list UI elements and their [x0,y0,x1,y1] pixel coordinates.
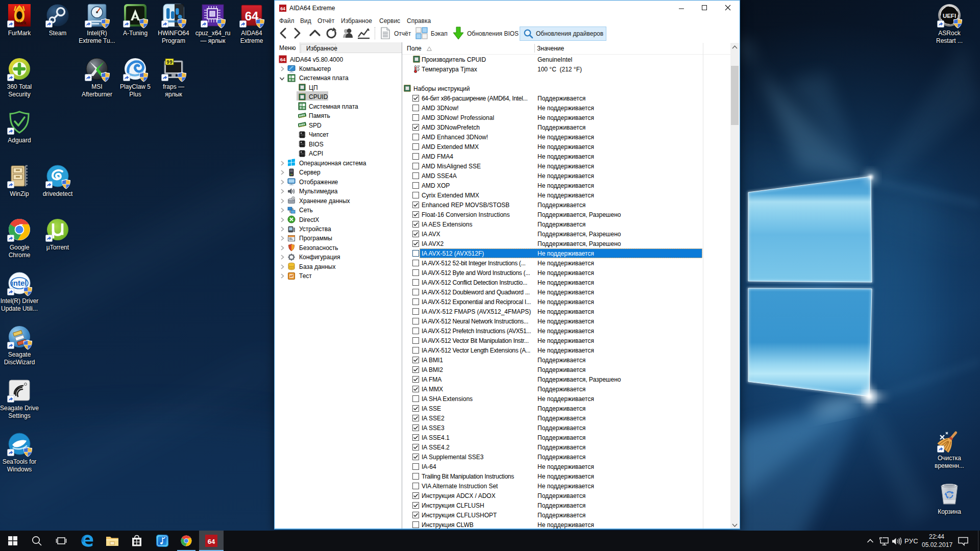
svg-text:64: 64 [280,57,286,62]
svg-text:99: 99 [166,60,173,65]
svg-text:64: 64 [208,538,215,545]
svg-text:64: 64 [280,6,285,11]
svg-text:FMark: FMark [13,20,26,26]
